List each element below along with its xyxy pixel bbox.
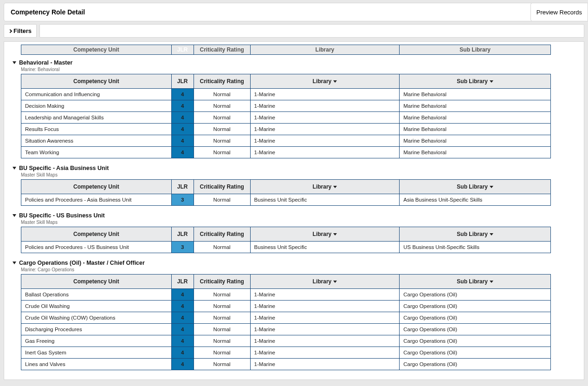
cell-library: 1-Marine [250, 359, 400, 370]
cell-jlr: 4 [171, 312, 194, 324]
cell-sub-library: Cargo Operations (Oil) [400, 289, 551, 301]
group-title: BU Specific - US Business Unit [19, 212, 105, 219]
col-header-jlr-label: JLR [177, 78, 188, 85]
col-header-unit-label: Competency Unit [73, 183, 119, 190]
data-table: Competency UnitJLRCriticality RatingLibr… [21, 179, 551, 206]
table-header-row: Competency UnitJLRCriticality RatingLibr… [21, 180, 551, 194]
cell-criticality: Normal [194, 147, 250, 158]
table-row[interactable]: Situation Awareness4Normal1-MarineMarine… [21, 135, 551, 147]
col-header-sub-library[interactable]: Sub Library [400, 180, 551, 194]
col-header-library[interactable]: Library [250, 74, 400, 89]
col-header-library-label: Library [313, 183, 332, 190]
col-header-library[interactable]: Library [250, 180, 400, 194]
group-subtitle: Marine: Behavioral [21, 67, 584, 72]
col-header-unit-label: Competency Unit [73, 78, 119, 85]
col-header-sub-library-label: Sub Library [457, 183, 488, 190]
col-header-criticality[interactable]: Criticality Rating [194, 180, 250, 194]
col-header-jlr[interactable]: JLR [171, 180, 194, 194]
col-header-criticality[interactable]: Criticality Rating [194, 275, 250, 289]
col-header-criticality[interactable]: Criticality Rating [194, 74, 250, 89]
partial-header-row: Competency Unit JLR Criticality Rating L… [21, 45, 551, 55]
col-header-unit[interactable]: Competency Unit [21, 275, 172, 289]
cell-criticality: Normal [194, 100, 250, 112]
col-header-sub-library[interactable]: Sub Library [400, 227, 551, 242]
table-row[interactable]: Communication and Influencing4Normal1-Ma… [21, 89, 551, 100]
table-row[interactable]: Decision Making4Normal1-MarineMarine Beh… [21, 100, 551, 112]
table-row[interactable]: Team Working4Normal1-MarineMarine Behavi… [21, 147, 551, 158]
filters-button-label: Filters [13, 27, 32, 34]
group-title: BU Specific - Asia Business Unit [19, 165, 109, 171]
group-header[interactable]: Behavioral - Master [11, 59, 584, 66]
cell-unit: Lines and Valves [21, 359, 172, 370]
col-header-unit[interactable]: Competency Unit [21, 74, 172, 89]
cell-unit: Crude Oil Washing [21, 301, 172, 312]
col-header-sub-library[interactable]: Sub Library [400, 74, 551, 89]
group-header[interactable]: Cargo Operations (Oil) - Master / Chief … [11, 260, 584, 266]
cell-jlr: 4 [171, 324, 194, 335]
cell-jlr: 3 [171, 242, 194, 253]
cell-library: 1-Marine [250, 347, 400, 359]
cell-jlr: 4 [171, 147, 194, 158]
cell-unit: Communication and Influencing [21, 89, 172, 100]
col-header-unit[interactable]: Competency Unit [21, 227, 172, 242]
col-header-jlr[interactable]: JLR [171, 275, 194, 289]
cell-unit: Situation Awareness [21, 135, 172, 147]
cell-sub-library: Marine Behavioral [400, 147, 551, 158]
cell-unit: Crude Oil Washing (COW) Operations [21, 312, 172, 324]
col-header-jlr-label: JLR [177, 231, 188, 237]
col-header-sub-library[interactable]: Sub Library [400, 275, 551, 289]
cell-criticality: Normal [194, 347, 250, 359]
table-row[interactable]: Inert Gas System4Normal1-MarineCargo Ope… [21, 347, 551, 359]
cell-jlr: 4 [171, 135, 194, 147]
cell-criticality: Normal [194, 89, 250, 100]
cell-jlr: 4 [171, 89, 194, 100]
filters-input[interactable] [39, 24, 584, 38]
col-header-jlr[interactable]: JLR [171, 227, 194, 242]
caret-down-icon [13, 214, 16, 217]
table-row[interactable]: Policies and Procedures - US Business Un… [21, 242, 551, 253]
cell-unit: Policies and Procedures - Asia Business … [21, 194, 172, 206]
col-header-library-label: Library [313, 231, 332, 237]
cell-library: 1-Marine [250, 324, 400, 335]
cell-sub-library: US Business Unit-Specific Skills [400, 242, 551, 253]
chevron-down-icon [333, 281, 337, 283]
caret-down-icon [13, 167, 16, 170]
group-block: BU Specific - US Business UnitMaster Ski… [11, 212, 584, 253]
cell-library: 1-Marine [250, 124, 400, 135]
table-row[interactable]: Crude Oil Washing (COW) Operations4Norma… [21, 312, 551, 324]
table-row[interactable]: Gas Freeing4Normal1-MarineCargo Operatio… [21, 335, 551, 347]
table-row[interactable]: Policies and Procedures - Asia Business … [21, 194, 551, 206]
group-title: Cargo Operations (Oil) - Master / Chief … [19, 260, 145, 266]
chevron-down-icon [490, 80, 493, 83]
filters-button[interactable]: Filters [4, 24, 37, 38]
col-header-criticality[interactable]: Criticality Rating [194, 227, 250, 242]
table-row[interactable]: Lines and Valves4Normal1-MarineCargo Ope… [21, 359, 551, 370]
col-header-library[interactable]: Library [250, 275, 400, 289]
cell-jlr: 4 [171, 100, 194, 112]
table-header-row: Competency UnitJLRCriticality RatingLibr… [21, 74, 551, 89]
table-row[interactable]: Crude Oil Washing4Normal1-MarineCargo Op… [21, 301, 551, 312]
filters-row: Filters [4, 24, 584, 38]
table-row[interactable]: Results Focus4Normal1-MarineMarine Behav… [21, 124, 551, 135]
table-row[interactable]: Discharging Procedures4Normal1-MarineCar… [21, 324, 551, 335]
cell-sub-library: Cargo Operations (Oil) [400, 301, 551, 312]
col-header-unit[interactable]: Competency Unit [21, 180, 172, 194]
group-header[interactable]: BU Specific - Asia Business Unit [11, 165, 584, 171]
cell-library: 1-Marine [250, 135, 400, 147]
col-header-library[interactable]: Library [250, 227, 400, 242]
cell-library: Business Unit Specific [250, 194, 400, 206]
header-bar: Competency Role Detail [4, 3, 584, 21]
cell-jlr: 4 [171, 359, 194, 370]
cell-unit: Results Focus [21, 124, 172, 135]
col-header-jlr[interactable]: JLR [171, 74, 194, 89]
data-table: Competency UnitJLRCriticality RatingLibr… [21, 227, 551, 253]
table-row[interactable]: Leadership and Managerial Skills4Normal1… [21, 112, 551, 124]
preview-records-button[interactable]: Preview Records [530, 3, 588, 21]
caret-down-icon [13, 262, 16, 264]
table-row[interactable]: Ballast Operations4Normal1-MarineCargo O… [21, 289, 551, 301]
col-header-sub-library-label: Sub Library [457, 278, 488, 285]
cell-criticality: Normal [194, 135, 250, 147]
partial-col-jlr: JLR [171, 45, 194, 55]
cell-criticality: Normal [194, 194, 250, 206]
group-header[interactable]: BU Specific - US Business Unit [11, 212, 584, 219]
